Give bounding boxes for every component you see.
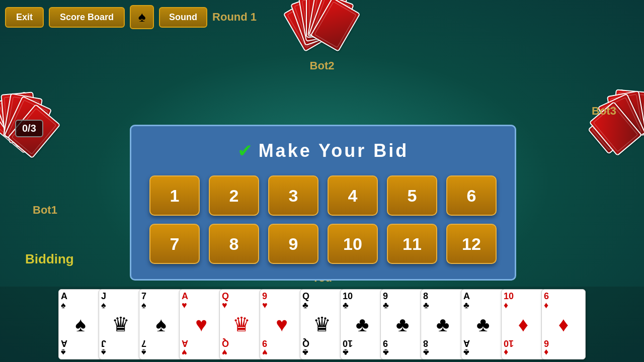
bid-button-3[interactable]: 3: [268, 175, 318, 216]
bot3-cards: [576, 75, 644, 176]
bidding-label: Bidding: [25, 251, 74, 267]
player-card-8[interactable]: 10♣ ♣ ♣10: [340, 289, 384, 359]
exit-button[interactable]: Exit: [5, 7, 44, 28]
player-card-7[interactable]: Q♣ ♛ ♣Q: [300, 289, 344, 359]
bid-title: ✔ Make Your Bid: [146, 140, 500, 161]
player-cards: A♠ ♠ ♠A J♠ ♛ ♠J 7♠ ♠ ♠7 A♥ ♥ ♥A Q♥ ♛ ♥Q …: [0, 287, 644, 362]
bid-row-1: 1 2 3 4 5 6: [146, 175, 500, 216]
bid-grid: 1 2 3 4 5 6 7 8 9 10 11 12: [146, 175, 500, 264]
top-bar: Exit Score Board ♠ Sound Round 1: [5, 5, 257, 29]
player-card-2[interactable]: J♠ ♛ ♠J: [99, 289, 143, 359]
bot3-label: Bot3: [592, 105, 616, 118]
spade-icon[interactable]: ♠: [130, 5, 154, 29]
bid-button-11[interactable]: 11: [387, 224, 437, 264]
player-card-1[interactable]: A♠ ♠ ♠A: [58, 289, 103, 359]
bid-button-4[interactable]: 4: [328, 175, 378, 216]
player-card-5[interactable]: Q♥ ♛ ♥Q: [219, 289, 264, 359]
checkmark-icon: ✔: [237, 140, 253, 161]
bid-button-10[interactable]: 10: [328, 224, 378, 264]
player-card-4[interactable]: A♥ ♥ ♥A: [179, 289, 223, 359]
round-label: Round 1: [212, 11, 257, 24]
player-card-9[interactable]: 9♣ ♣ ♣9: [380, 289, 425, 359]
bid-button-7[interactable]: 7: [149, 224, 200, 264]
bid-button-8[interactable]: 8: [209, 224, 259, 264]
scoreboard-button[interactable]: Score Board: [49, 7, 125, 28]
player-card-10[interactable]: 8♣ ♣ ♣8: [421, 289, 465, 359]
player-card-12[interactable]: 10♦ ♦ ♦10: [501, 289, 545, 359]
bot1-label: Bot1: [33, 204, 57, 217]
score-badge: 0/3: [15, 120, 43, 137]
bid-button-12[interactable]: 12: [446, 224, 497, 264]
bid-button-5[interactable]: 5: [387, 175, 437, 216]
bid-modal-title: Make Your Bid: [259, 140, 409, 161]
player-card-6[interactable]: 9♥ ♥ ♥9: [260, 289, 304, 359]
bid-button-1[interactable]: 1: [149, 175, 200, 216]
player-card-11[interactable]: A♣ ♣ ♣A: [461, 289, 505, 359]
sound-button[interactable]: Sound: [159, 7, 207, 28]
player-card-3[interactable]: 7♠ ♠ ♠7: [139, 289, 183, 359]
bid-button-9[interactable]: 9: [268, 224, 318, 264]
bid-button-2[interactable]: 2: [209, 175, 259, 216]
bid-row-2: 7 8 9 10 11 12: [146, 224, 500, 264]
bid-button-6[interactable]: 6: [446, 175, 497, 216]
bid-modal: ✔ Make Your Bid 1 2 3 4 5 6 7 8 9 10 11 …: [130, 125, 516, 281]
player-card-13[interactable]: 6♦ ♦ ♦6: [541, 289, 586, 359]
bot2-cards: [282, 0, 362, 68]
bot2-label: Bot2: [310, 59, 335, 72]
